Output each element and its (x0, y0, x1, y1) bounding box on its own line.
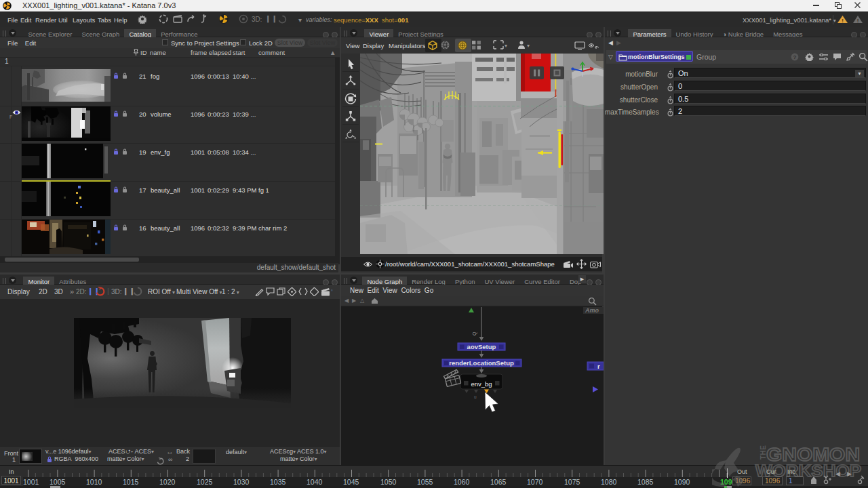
svg-text:▾: ▾ (332, 288, 332, 293)
svg-text:Q: Q (472, 331, 477, 336)
svg-text:u: u (474, 394, 477, 399)
svg-text:aovSetup: aovSetup (467, 343, 496, 350)
svg-text:r: r (597, 363, 600, 370)
svg-text:!: ! (842, 18, 844, 24)
svg-text:!: ! (857, 18, 859, 24)
svg-text:renderLocationSetup: renderLocationSetup (449, 359, 514, 367)
svg-text:env_bg: env_bg (471, 380, 492, 388)
svg-text:?: ? (793, 54, 797, 60)
svg-text:Amo: Amo (585, 307, 599, 314)
